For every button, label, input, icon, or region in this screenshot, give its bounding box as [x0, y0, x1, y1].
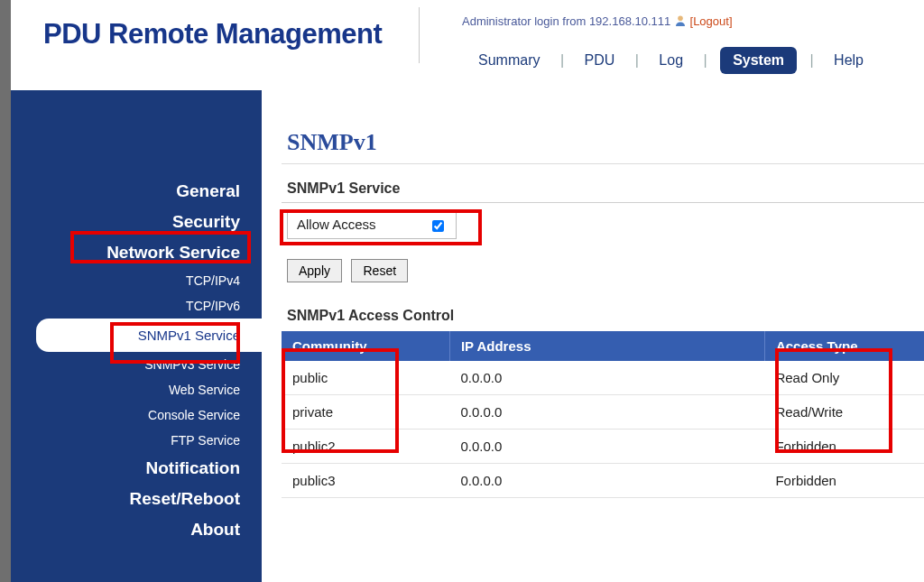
page-title: SNMPv1	[282, 124, 924, 164]
section-access-control: SNMPv1 Access Control	[287, 308, 924, 324]
login-prefix: Administrator login from	[462, 14, 589, 28]
divider	[282, 202, 924, 203]
header: PDU Remote Management Administrator logi…	[11, 0, 924, 90]
cell-community: public3	[282, 463, 449, 497]
app-logo: PDU Remote Management	[43, 18, 382, 51]
sidebar-item-reset-reboot[interactable]: Reset/Reboot	[11, 484, 262, 514]
annotation-box	[70, 231, 251, 263]
cell-ip: 0.0.0.0	[449, 394, 764, 429]
nav-sep: |	[704, 52, 707, 69]
main-content: SNMPv1 SNMPv1 Service Allow Access Apply…	[262, 113, 924, 582]
nav-help[interactable]: Help	[827, 49, 871, 72]
sidebar-item-tcpipv4[interactable]: TCP/IPv4	[11, 268, 262, 293]
annotation-box	[110, 322, 240, 364]
nav-summary[interactable]: Summary	[471, 49, 547, 72]
sidebar-item-notification[interactable]: Notification	[11, 453, 262, 484]
nav-sep: |	[810, 52, 814, 69]
logout-link[interactable]: [Logout]	[690, 14, 733, 28]
header-divider	[419, 7, 420, 63]
nav-log[interactable]: Log	[651, 49, 690, 72]
annotation-box	[775, 348, 892, 453]
section-snmpv1-service: SNMPv1 Service	[287, 180, 924, 197]
login-info: Administrator login from 192.168.10.111 …	[462, 14, 733, 28]
cell-ip: 0.0.0.0	[449, 429, 764, 463]
annotation-box	[282, 348, 399, 453]
user-icon	[674, 14, 687, 27]
cell-ip: 0.0.0.0	[449, 463, 764, 497]
col-ip: IP Address	[449, 331, 764, 361]
sidebar-item-general[interactable]: General	[11, 176, 262, 207]
sidebar-item-about[interactable]: About	[11, 514, 262, 545]
nav-pdu[interactable]: PDU	[578, 49, 623, 72]
sidebar-item-ftp-service[interactable]: FTP Service	[11, 428, 262, 453]
sidebar-item-web-service[interactable]: Web Service	[11, 377, 262, 402]
apply-button[interactable]: Apply	[287, 259, 342, 282]
nav-sep: |	[635, 52, 639, 69]
nav-sep: |	[560, 52, 564, 69]
cell-ip: 0.0.0.0	[449, 361, 764, 395]
top-nav: Summary | PDU | Log | System | Help	[471, 47, 871, 74]
svg-point-0	[678, 15, 683, 21]
nav-system[interactable]: System	[720, 47, 797, 74]
sidebar-item-tcpipv6[interactable]: TCP/IPv6	[11, 293, 262, 319]
reset-button[interactable]: Reset	[351, 259, 408, 282]
cell-access: Forbidden	[764, 463, 924, 497]
sidebar-item-console-service[interactable]: Console Service	[11, 402, 262, 428]
annotation-box	[280, 209, 482, 245]
button-row: Apply Reset	[287, 259, 924, 282]
login-ip: 192.168.10.111	[589, 14, 670, 28]
table-row[interactable]: public3 0.0.0.0 Forbidden	[282, 463, 924, 497]
